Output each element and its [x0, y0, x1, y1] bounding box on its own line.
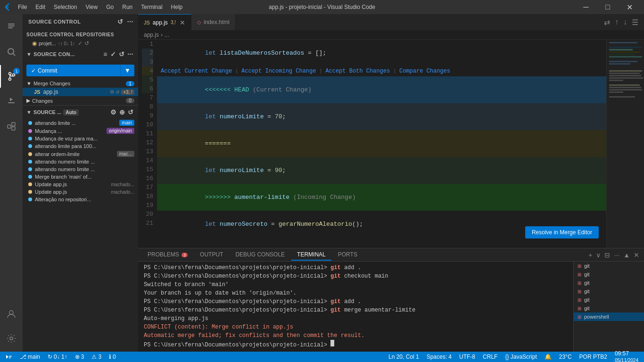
git-list-item-0[interactable]: ⊞ git: [574, 262, 644, 270]
menu-view[interactable]: View: [82, 3, 101, 11]
git-list-item-1[interactable]: ⊞ git: [574, 270, 644, 279]
menu-run[interactable]: Run: [118, 3, 136, 11]
menu-help[interactable]: Help: [167, 3, 187, 11]
terminal-close-btn[interactable]: ✕: [633, 250, 640, 260]
source-con-check[interactable]: ✓: [109, 49, 117, 59]
tab-terminal[interactable]: TERMINAL: [291, 249, 331, 261]
svg-rect-28: [609, 84, 640, 86]
terminal-maximize-btn[interactable]: ▲: [622, 250, 631, 260]
graph-item-6[interactable]: alterando numero limite ...: [23, 165, 138, 173]
graph-refresh-icon[interactable]: ↺: [127, 107, 134, 117]
status-branch[interactable]: ⎇ main: [18, 354, 42, 360]
svg-rect-16: [609, 47, 642, 48]
source-con-header[interactable]: ▼ SOURCE CON... ≡ ✓ ↺ ···: [23, 48, 138, 61]
status-encoding[interactable]: UTF-8: [457, 354, 477, 360]
resolve-merge-editor-button[interactable]: Resolve in Merge Editor: [525, 226, 599, 239]
activity-explorer[interactable]: [0, 16, 23, 39]
status-vscode-icon[interactable]: [4, 354, 14, 360]
activity-account[interactable]: [0, 303, 23, 325]
graph-item-9[interactable]: Update app.js machado...: [23, 188, 138, 196]
graph-item-5[interactable]: alterando numero limite ...: [23, 158, 138, 165]
git-list-item-powershell[interactable]: ⊞ powershell: [574, 313, 644, 321]
tab-debug-console[interactable]: DEBUG CONSOLE: [230, 249, 290, 261]
status-errors[interactable]: ⊗ 3: [73, 354, 86, 360]
tab-index-html[interactable]: ◇ index.html: [191, 14, 236, 30]
tab-app-js[interactable]: JS app.js 3,! ✕: [138, 14, 191, 30]
source-control-refresh[interactable]: ↺: [116, 17, 124, 26]
compare-changes-link[interactable]: Compare Changes: [399, 68, 450, 74]
status-cursor[interactable]: Ln 20, Col 1: [387, 354, 421, 360]
close-button[interactable]: ✕: [619, 0, 640, 14]
activity-debug[interactable]: [0, 90, 23, 112]
git-list-item-3[interactable]: ⊞ git: [574, 287, 644, 296]
source-con-dots[interactable]: ≡: [102, 49, 108, 59]
source-con-refresh[interactable]: ↺: [118, 49, 125, 59]
status-eol[interactable]: CRLF: [481, 354, 499, 360]
menu-terminal[interactable]: Terminal: [137, 3, 166, 11]
navigate-up-btn[interactable]: ↑: [613, 17, 620, 27]
activity-search[interactable]: [0, 41, 23, 63]
terminal-split-btn[interactable]: ⊟: [603, 250, 611, 260]
graph-item-2[interactable]: Mudança de voz para ma...: [23, 135, 138, 142]
menu-edit[interactable]: Edit: [32, 3, 49, 11]
git-list-item-4[interactable]: ⊞ git: [574, 296, 644, 304]
commit-split-button[interactable]: ▼: [120, 65, 134, 76]
activity-settings[interactable]: [0, 327, 23, 350]
terminal-chevron-down[interactable]: ∨: [595, 250, 602, 260]
navigate-down-btn[interactable]: ↓: [621, 17, 629, 27]
menu-file[interactable]: File: [14, 3, 31, 11]
source-control-more[interactable]: ···: [126, 17, 134, 26]
graph-item-0[interactable]: alterando limite ... main: [23, 119, 138, 127]
graph-item-4[interactable]: alterar ordem-limite mac...: [23, 150, 138, 158]
minimize-button[interactable]: ─: [575, 0, 597, 14]
file-open-icon[interactable]: ⧉: [110, 89, 114, 95]
maximize-button[interactable]: □: [597, 0, 619, 14]
file-discard-icon[interactable]: ↺: [116, 90, 119, 95]
activity-extensions[interactable]: [0, 114, 23, 137]
graph-item-3[interactable]: alterando limite para 100...: [23, 142, 138, 150]
app-js-file-item[interactable]: JS app.js ⧉ ↺ +3, !: [23, 88, 138, 96]
menu-go[interactable]: Go: [102, 3, 117, 11]
terminal-add-btn[interactable]: +: [587, 250, 593, 260]
tab-app-js-close[interactable]: ✕: [180, 19, 185, 26]
repo-item[interactable]: ◉ projet... ↑↕ 0↓ 1↑ ✓ ↺: [23, 39, 138, 48]
graph-item-1[interactable]: Mudança ... origin/main: [23, 127, 138, 135]
merge-changes-label: Merge Changes: [33, 81, 70, 86]
status-temp[interactable]: 23°C: [557, 354, 574, 360]
status-notifications[interactable]: 🔔: [543, 354, 553, 360]
graph-msg-9: Update app.js: [35, 189, 108, 195]
tab-problems[interactable]: PROBLEMS 3: [142, 249, 193, 261]
accept-incoming-link[interactable]: Accept Incoming Change: [241, 68, 316, 74]
commit-button[interactable]: ✓ Commit: [26, 65, 120, 76]
merge-changes-header[interactable]: ▼ Merge Changes 1: [23, 79, 138, 88]
graph-item-8[interactable]: Update app.js machado...: [23, 181, 138, 188]
status-language[interactable]: {} JavaScript: [503, 354, 538, 360]
graph-split-icon[interactable]: ⊕: [118, 107, 126, 117]
repo-refresh-icon[interactable]: ↺: [84, 40, 89, 47]
changes-header[interactable]: ▶ Changes 0: [23, 96, 138, 105]
graph-settings-icon[interactable]: ⚙: [109, 107, 117, 117]
graph-item-10[interactable]: Alteração no repositori...: [23, 196, 138, 203]
toggle-layout-btn[interactable]: ⇄: [602, 17, 612, 28]
git-list-item-2[interactable]: ⊞ git: [574, 279, 644, 287]
status-sync[interactable]: ↻ 0↓ 1↑: [46, 354, 69, 360]
svg-rect-22: [609, 63, 630, 65]
graph-item-7[interactable]: Merge branch 'main' of...: [23, 173, 138, 181]
tab-ports[interactable]: PORTS: [332, 249, 363, 261]
menu-selection[interactable]: Selection: [50, 3, 81, 11]
git-list-item-5[interactable]: ⊞ git: [574, 304, 644, 313]
status-spaces[interactable]: Spaces: 4: [425, 354, 454, 360]
terminal-more-btn[interactable]: ···: [613, 250, 620, 260]
tab-output[interactable]: OUTPUT: [194, 249, 229, 261]
accept-current-link[interactable]: Accept Current Change: [161, 68, 232, 74]
sc-graph-header[interactable]: ▼ SOURCE ... Auto ⚙ ⊕ ↺: [23, 106, 138, 119]
activity-source-control[interactable]: 1: [0, 65, 23, 88]
terminal-content[interactable]: PS C:\Users\ferna\Documentos\projetos\pr…: [138, 262, 573, 352]
status-info[interactable]: ℹ 0: [107, 354, 118, 360]
editor-menu-btn[interactable]: ☰: [630, 17, 640, 28]
svg-rect-30: [609, 89, 642, 90]
status-warnings[interactable]: ⚠ 3: [90, 354, 103, 360]
accept-both-link[interactable]: Accept Both Changes: [325, 68, 390, 74]
code-content[interactable]: let listaDeNumerosSorteados = []; Accept…: [157, 40, 606, 248]
source-con-more[interactable]: ···: [126, 49, 134, 59]
